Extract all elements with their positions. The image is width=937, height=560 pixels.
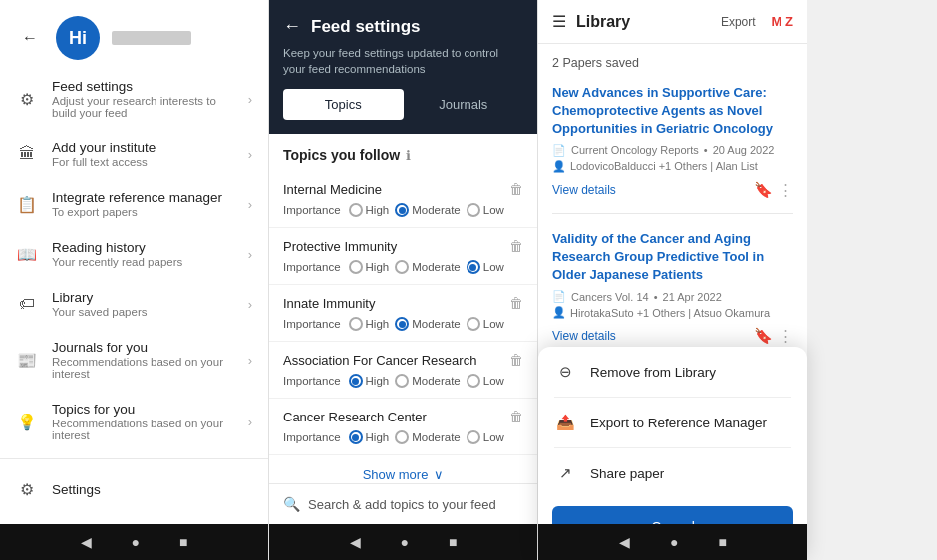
delete-topic-icon[interactable]: 🗑 (509, 409, 523, 424)
back-nav-button[interactable]: ◀ (619, 534, 630, 550)
menu-divider (0, 458, 268, 459)
back-nav-button[interactable]: ◀ (350, 534, 361, 550)
chevron-right-icon: › (248, 297, 252, 312)
menu-back-button[interactable]: ← (16, 24, 44, 52)
home-nav-button[interactable]: ● (670, 534, 678, 550)
chevron-right-icon: › (248, 197, 252, 212)
recent-nav-button[interactable]: ■ (179, 534, 187, 550)
remove-from-library-button[interactable]: ⊖ Remove from Library (538, 347, 807, 397)
menu-item-journals[interactable]: 📰 Journals for you Recommendations based… (0, 329, 268, 391)
radio-circle-selected (395, 203, 409, 217)
topic-item-protective-immunity: Protective Immunity 🗑 Importance High Mo… (269, 228, 537, 285)
topic-name: Innate Immunity (283, 296, 376, 311)
delete-topic-icon[interactable]: 🗑 (509, 295, 523, 311)
recent-nav-button[interactable]: ■ (719, 534, 727, 550)
radio-low[interactable]: Low (467, 374, 504, 388)
view-details-button-2[interactable]: View details (552, 329, 616, 343)
radio-high[interactable]: High (349, 260, 390, 274)
menu-item-reading-history[interactable]: 📖 Reading history Your recently read pap… (0, 229, 268, 279)
radio-high[interactable]: High (349, 317, 390, 331)
show-more-button[interactable]: Show more ∨ (269, 455, 537, 483)
radio-moderate[interactable]: Moderate (395, 203, 461, 217)
menu-item-help[interactable]: ? Help (0, 513, 268, 524)
share-paper-button[interactable]: ↗ Share paper (538, 448, 807, 498)
settings-icon: ⚙ (16, 478, 38, 500)
hamburger-icon[interactable]: ☰ (552, 12, 566, 31)
radio-moderate[interactable]: Moderate (395, 260, 461, 274)
android-nav-bar-3: ◀ ● ■ (538, 524, 807, 560)
radio-circle-selected (395, 317, 409, 331)
delete-topic-icon[interactable]: 🗑 (509, 238, 523, 254)
radio-moderate[interactable]: Moderate (395, 374, 461, 388)
more-options-icon[interactable]: ⋮ (779, 327, 793, 345)
topic-item-internal-medicine: Internal Medicine 🗑 Importance High Mode… (269, 171, 537, 228)
reference-icon: 📋 (16, 193, 38, 215)
paper-meta-2: 📄 Cancers Vol. 14 • 21 Apr 2022 (552, 290, 793, 303)
feed-back-button[interactable]: ← (283, 16, 301, 37)
library-icon: 🏷 (16, 293, 38, 315)
menu-item-add-institute[interactable]: 🏛 Add your institute For full text acces… (0, 130, 268, 179)
tab-journals[interactable]: Journals (404, 89, 524, 120)
home-nav-button[interactable]: ● (401, 534, 409, 550)
bookmark-icon[interactable]: 🔖 (754, 327, 773, 345)
radio-circle-selected (349, 374, 363, 388)
reference-title: Integrate reference manager (52, 190, 234, 205)
radio-high[interactable]: High (349, 430, 390, 444)
chevron-right-icon: › (248, 247, 252, 262)
radio-circle (349, 260, 363, 274)
more-options-icon[interactable]: ⋮ (779, 181, 793, 199)
journals-subtitle: Recommendations based on your interest (52, 356, 234, 380)
menu-item-settings[interactable]: ⚙ Settings (0, 465, 268, 513)
radio-circle (395, 430, 409, 444)
paper-title-2[interactable]: Validity of the Cancer and Aging Researc… (552, 230, 793, 285)
home-nav-button[interactable]: ● (132, 534, 140, 550)
chevron-down-icon: ∨ (434, 467, 444, 482)
radio-low[interactable]: Low (467, 260, 504, 274)
paper-authors-2: 👤 HirotakaSuto +1 Others | Atsuo Okamura (552, 306, 793, 319)
back-nav-button[interactable]: ◀ (81, 534, 92, 550)
radio-circle (395, 260, 409, 274)
avatar: Hi (56, 16, 100, 60)
delete-topic-icon[interactable]: 🗑 (509, 181, 523, 197)
menu-item-feed-settings[interactable]: ⚙ Feed settings Adjust your research int… (0, 68, 268, 130)
paper-title-1[interactable]: New Advances in Supportive Care: Chemopr… (552, 84, 793, 139)
radio-moderate[interactable]: Moderate (395, 430, 461, 444)
radio-low[interactable]: Low (467, 430, 504, 444)
journal-name-1: Current Oncology Reports (571, 144, 699, 156)
radio-high[interactable]: High (349, 203, 390, 217)
export-to-reference-manager-button[interactable]: 📤 Export to Reference Manager (538, 398, 807, 447)
radio-low[interactable]: Low (467, 317, 504, 331)
importance-radio-group: High Moderate Low (349, 317, 504, 331)
radio-low[interactable]: Low (467, 203, 504, 217)
share-icon: ↗ (554, 462, 576, 484)
radio-circle (467, 430, 480, 444)
bookmark-icon[interactable]: 🔖 (754, 181, 773, 199)
menu-item-library[interactable]: 🏷 Library Your saved papers › (0, 279, 268, 329)
share-label: Share paper (590, 466, 664, 481)
search-add-topics-bar[interactable]: 🔍 Search & add topics to your feed (269, 483, 537, 524)
importance-label: Importance (283, 431, 341, 443)
menu-item-topics[interactable]: 💡 Topics for you Recommendations based o… (0, 391, 268, 452)
menu-item-reference-manager[interactable]: 📋 Integrate reference manager To export … (0, 179, 268, 229)
feed-settings-panel: ← Feed settings Keep your feed settings … (269, 0, 538, 560)
delete-topic-icon[interactable]: 🗑 (509, 352, 523, 368)
chevron-right-icon: › (248, 353, 252, 368)
radio-high[interactable]: High (349, 374, 390, 388)
topics-subtitle: Recommendations based on your interest (52, 418, 234, 441)
android-nav-bar: ◀ ● ■ (0, 524, 268, 560)
tab-topics[interactable]: Topics (283, 89, 404, 120)
search-icon: 🔍 (283, 496, 300, 512)
export-button[interactable]: Export (721, 15, 756, 29)
library-header: ☰ Library Export M Z (538, 0, 807, 44)
paper-card-2: Validity of the Cancer and Aging Researc… (552, 230, 793, 361)
info-icon[interactable]: ℹ (406, 148, 411, 163)
radio-moderate[interactable]: Moderate (395, 317, 461, 331)
topics-icon: 💡 (16, 411, 38, 432)
view-details-button-1[interactable]: View details (552, 183, 616, 197)
institute-title: Add your institute (52, 140, 234, 155)
menu-items-list: ⚙ Feed settings Adjust your research int… (0, 68, 268, 524)
radio-circle (349, 317, 363, 331)
recent-nav-button[interactable]: ■ (449, 534, 457, 550)
user-name (112, 31, 191, 45)
radio-circle (467, 374, 480, 388)
